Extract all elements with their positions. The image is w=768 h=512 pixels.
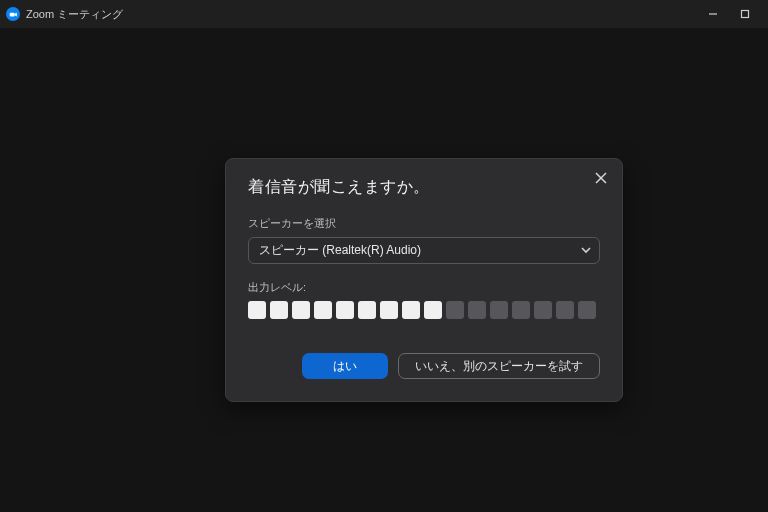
level-cell	[468, 301, 486, 319]
output-level-meter	[248, 301, 600, 319]
dialog-buttons: はい いいえ、別のスピーカーを試す	[248, 353, 600, 379]
speaker-select-value: スピーカー (Realtek(R) Audio)	[259, 242, 421, 259]
svg-rect-2	[742, 11, 749, 18]
level-cell	[292, 301, 310, 319]
maximize-button[interactable]	[738, 7, 752, 21]
output-level-label: 出力レベル:	[248, 280, 600, 295]
try-another-speaker-button[interactable]: いいえ、別のスピーカーを試す	[398, 353, 600, 379]
level-cell	[578, 301, 596, 319]
level-cell	[490, 301, 508, 319]
level-cell	[270, 301, 288, 319]
svg-rect-0	[9, 12, 14, 16]
speaker-select-label: スピーカーを選択	[248, 216, 600, 231]
speaker-select[interactable]: スピーカー (Realtek(R) Audio)	[248, 237, 600, 264]
level-cell	[424, 301, 442, 319]
level-cell	[248, 301, 266, 319]
level-cell	[446, 301, 464, 319]
minimize-button[interactable]	[706, 7, 720, 21]
window-titlebar: Zoom ミーティング	[0, 0, 768, 28]
window-title: Zoom ミーティング	[26, 7, 706, 22]
level-cell	[556, 301, 574, 319]
yes-button[interactable]: はい	[302, 353, 388, 379]
dialog-title: 着信音が聞こえますか。	[248, 177, 600, 198]
level-cell	[336, 301, 354, 319]
window-controls	[706, 7, 762, 21]
level-cell	[402, 301, 420, 319]
close-button[interactable]	[592, 169, 610, 187]
level-cell	[358, 301, 376, 319]
level-cell	[314, 301, 332, 319]
level-cell	[512, 301, 530, 319]
level-cell	[534, 301, 552, 319]
level-cell	[380, 301, 398, 319]
speaker-test-dialog: 着信音が聞こえますか。 スピーカーを選択 スピーカー (Realtek(R) A…	[225, 158, 623, 402]
zoom-app-icon	[6, 7, 20, 21]
chevron-down-icon	[581, 244, 591, 258]
